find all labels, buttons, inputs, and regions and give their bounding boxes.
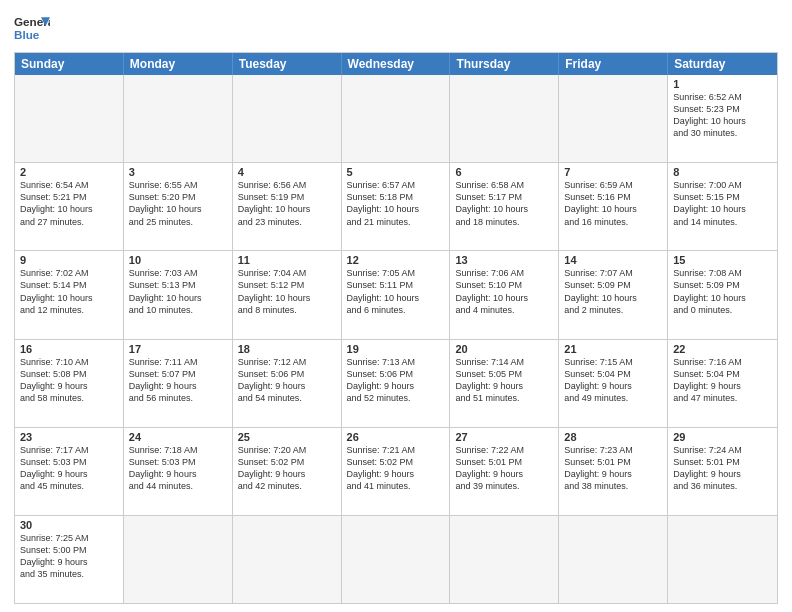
calendar-cell: 16Sunrise: 7:10 AM Sunset: 5:08 PM Dayli… — [15, 340, 124, 427]
day-number: 25 — [238, 431, 336, 443]
day-number: 14 — [564, 254, 662, 266]
cell-info: Sunrise: 7:07 AM Sunset: 5:09 PM Dayligh… — [564, 267, 662, 316]
header-day-tuesday: Tuesday — [233, 53, 342, 75]
cell-info: Sunrise: 7:11 AM Sunset: 5:07 PM Dayligh… — [129, 356, 227, 405]
calendar-cell: 5Sunrise: 6:57 AM Sunset: 5:18 PM Daylig… — [342, 163, 451, 250]
day-number: 6 — [455, 166, 553, 178]
logo-icon: General Blue — [14, 10, 50, 46]
cell-info: Sunrise: 7:13 AM Sunset: 5:06 PM Dayligh… — [347, 356, 445, 405]
day-number: 17 — [129, 343, 227, 355]
cell-info: Sunrise: 7:18 AM Sunset: 5:03 PM Dayligh… — [129, 444, 227, 493]
header: General Blue — [14, 10, 778, 46]
day-number: 7 — [564, 166, 662, 178]
calendar-cell: 10Sunrise: 7:03 AM Sunset: 5:13 PM Dayli… — [124, 251, 233, 338]
svg-text:Blue: Blue — [14, 28, 40, 41]
calendar-cell: 15Sunrise: 7:08 AM Sunset: 5:09 PM Dayli… — [668, 251, 777, 338]
calendar-cell: 8Sunrise: 7:00 AM Sunset: 5:15 PM Daylig… — [668, 163, 777, 250]
calendar-cell: 28Sunrise: 7:23 AM Sunset: 5:01 PM Dayli… — [559, 428, 668, 515]
day-number: 26 — [347, 431, 445, 443]
calendar-cell: 4Sunrise: 6:56 AM Sunset: 5:19 PM Daylig… — [233, 163, 342, 250]
day-number: 1 — [673, 78, 772, 90]
calendar-body: 1Sunrise: 6:52 AM Sunset: 5:23 PM Daylig… — [15, 75, 777, 603]
day-number: 2 — [20, 166, 118, 178]
cell-info: Sunrise: 6:52 AM Sunset: 5:23 PM Dayligh… — [673, 91, 772, 140]
cell-info: Sunrise: 7:22 AM Sunset: 5:01 PM Dayligh… — [455, 444, 553, 493]
day-number: 9 — [20, 254, 118, 266]
cell-info: Sunrise: 6:56 AM Sunset: 5:19 PM Dayligh… — [238, 179, 336, 228]
calendar-cell — [559, 516, 668, 603]
cell-info: Sunrise: 7:03 AM Sunset: 5:13 PM Dayligh… — [129, 267, 227, 316]
calendar: SundayMondayTuesdayWednesdayThursdayFrid… — [14, 52, 778, 604]
day-number: 3 — [129, 166, 227, 178]
calendar-cell: 20Sunrise: 7:14 AM Sunset: 5:05 PM Dayli… — [450, 340, 559, 427]
day-number: 28 — [564, 431, 662, 443]
day-number: 18 — [238, 343, 336, 355]
calendar-cell — [559, 75, 668, 162]
calendar-cell — [450, 516, 559, 603]
calendar-cell — [450, 75, 559, 162]
cell-info: Sunrise: 7:10 AM Sunset: 5:08 PM Dayligh… — [20, 356, 118, 405]
calendar-row-1: 2Sunrise: 6:54 AM Sunset: 5:21 PM Daylig… — [15, 162, 777, 250]
day-number: 4 — [238, 166, 336, 178]
header-day-friday: Friday — [559, 53, 668, 75]
header-day-sunday: Sunday — [15, 53, 124, 75]
logo: General Blue — [14, 10, 50, 46]
day-number: 23 — [20, 431, 118, 443]
calendar-cell: 6Sunrise: 6:58 AM Sunset: 5:17 PM Daylig… — [450, 163, 559, 250]
calendar-cell: 7Sunrise: 6:59 AM Sunset: 5:16 PM Daylig… — [559, 163, 668, 250]
cell-info: Sunrise: 7:23 AM Sunset: 5:01 PM Dayligh… — [564, 444, 662, 493]
calendar-row-3: 16Sunrise: 7:10 AM Sunset: 5:08 PM Dayli… — [15, 339, 777, 427]
calendar-cell: 27Sunrise: 7:22 AM Sunset: 5:01 PM Dayli… — [450, 428, 559, 515]
day-number: 16 — [20, 343, 118, 355]
calendar-cell — [233, 516, 342, 603]
calendar-cell: 19Sunrise: 7:13 AM Sunset: 5:06 PM Dayli… — [342, 340, 451, 427]
calendar-cell: 11Sunrise: 7:04 AM Sunset: 5:12 PM Dayli… — [233, 251, 342, 338]
header-day-monday: Monday — [124, 53, 233, 75]
calendar-cell: 14Sunrise: 7:07 AM Sunset: 5:09 PM Dayli… — [559, 251, 668, 338]
calendar-row-2: 9Sunrise: 7:02 AM Sunset: 5:14 PM Daylig… — [15, 250, 777, 338]
cell-info: Sunrise: 7:08 AM Sunset: 5:09 PM Dayligh… — [673, 267, 772, 316]
cell-info: Sunrise: 6:54 AM Sunset: 5:21 PM Dayligh… — [20, 179, 118, 228]
day-number: 21 — [564, 343, 662, 355]
calendar-row-5: 30Sunrise: 7:25 AM Sunset: 5:00 PM Dayli… — [15, 515, 777, 603]
day-number: 29 — [673, 431, 772, 443]
day-number: 30 — [20, 519, 118, 531]
cell-info: Sunrise: 7:05 AM Sunset: 5:11 PM Dayligh… — [347, 267, 445, 316]
cell-info: Sunrise: 7:12 AM Sunset: 5:06 PM Dayligh… — [238, 356, 336, 405]
cell-info: Sunrise: 7:06 AM Sunset: 5:10 PM Dayligh… — [455, 267, 553, 316]
calendar-cell: 30Sunrise: 7:25 AM Sunset: 5:00 PM Dayli… — [15, 516, 124, 603]
calendar-cell — [342, 516, 451, 603]
day-number: 22 — [673, 343, 772, 355]
cell-info: Sunrise: 7:04 AM Sunset: 5:12 PM Dayligh… — [238, 267, 336, 316]
calendar-cell: 13Sunrise: 7:06 AM Sunset: 5:10 PM Dayli… — [450, 251, 559, 338]
cell-info: Sunrise: 7:17 AM Sunset: 5:03 PM Dayligh… — [20, 444, 118, 493]
day-number: 5 — [347, 166, 445, 178]
calendar-cell: 3Sunrise: 6:55 AM Sunset: 5:20 PM Daylig… — [124, 163, 233, 250]
day-number: 24 — [129, 431, 227, 443]
cell-info: Sunrise: 6:58 AM Sunset: 5:17 PM Dayligh… — [455, 179, 553, 228]
day-number: 10 — [129, 254, 227, 266]
calendar-cell: 17Sunrise: 7:11 AM Sunset: 5:07 PM Dayli… — [124, 340, 233, 427]
day-number: 13 — [455, 254, 553, 266]
header-day-saturday: Saturday — [668, 53, 777, 75]
calendar-row-4: 23Sunrise: 7:17 AM Sunset: 5:03 PM Dayli… — [15, 427, 777, 515]
header-day-thursday: Thursday — [450, 53, 559, 75]
calendar-cell — [668, 516, 777, 603]
cell-info: Sunrise: 7:16 AM Sunset: 5:04 PM Dayligh… — [673, 356, 772, 405]
cell-info: Sunrise: 7:25 AM Sunset: 5:00 PM Dayligh… — [20, 532, 118, 581]
cell-info: Sunrise: 7:21 AM Sunset: 5:02 PM Dayligh… — [347, 444, 445, 493]
header-day-wednesday: Wednesday — [342, 53, 451, 75]
day-number: 20 — [455, 343, 553, 355]
day-number: 15 — [673, 254, 772, 266]
calendar-header: SundayMondayTuesdayWednesdayThursdayFrid… — [15, 53, 777, 75]
calendar-row-0: 1Sunrise: 6:52 AM Sunset: 5:23 PM Daylig… — [15, 75, 777, 162]
day-number: 8 — [673, 166, 772, 178]
calendar-cell: 1Sunrise: 6:52 AM Sunset: 5:23 PM Daylig… — [668, 75, 777, 162]
cell-info: Sunrise: 6:57 AM Sunset: 5:18 PM Dayligh… — [347, 179, 445, 228]
calendar-cell: 23Sunrise: 7:17 AM Sunset: 5:03 PM Dayli… — [15, 428, 124, 515]
calendar-cell: 18Sunrise: 7:12 AM Sunset: 5:06 PM Dayli… — [233, 340, 342, 427]
page: General Blue SundayMondayTuesdayWednesda… — [0, 0, 792, 612]
cell-info: Sunrise: 7:02 AM Sunset: 5:14 PM Dayligh… — [20, 267, 118, 316]
calendar-cell: 12Sunrise: 7:05 AM Sunset: 5:11 PM Dayli… — [342, 251, 451, 338]
calendar-cell — [15, 75, 124, 162]
